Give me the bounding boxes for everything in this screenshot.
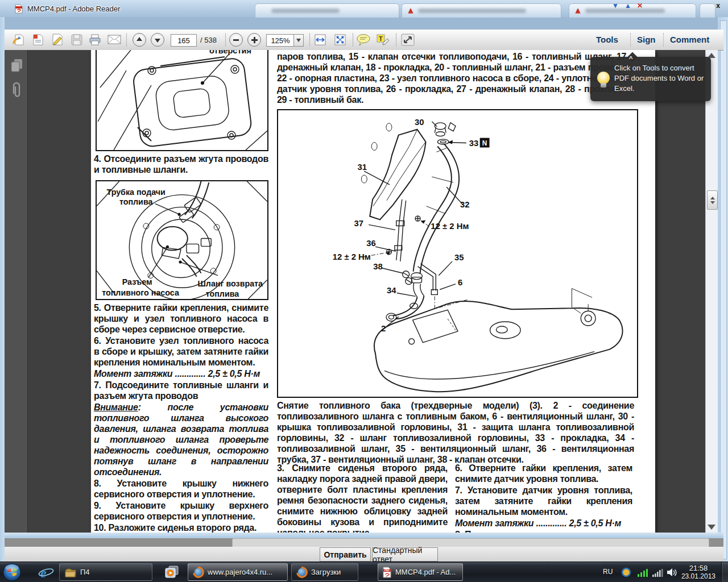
new-tab-stub[interactable] — [700, 3, 715, 18]
standard-reply-button[interactable]: Стандартный ответ — [372, 547, 438, 562]
send-button[interactable]: Отправить — [320, 547, 371, 562]
comment-bubble-icon[interactable] — [356, 33, 371, 47]
browser-left-edge — [0, 17, 5, 562]
warning-text: : после установки топливного шланга высо… — [94, 402, 268, 477]
figure1-label: отверстия — [209, 50, 251, 55]
vertical-scrollbar[interactable] — [705, 50, 718, 533]
blurred-browser-tab[interactable] — [402, 3, 561, 18]
highlight-text-icon[interactable]: T — [375, 33, 390, 47]
taskbar-item-reader[interactable]: PDF MMCP4.pdf - Ad... — [378, 563, 463, 581]
fullscreen-icon[interactable] — [400, 33, 415, 47]
internet-explorer-icon[interactable]: e — [38, 565, 55, 582]
browser-maximize-icon[interactable]: ▲ — [624, 2, 631, 9]
email-icon[interactable] — [107, 33, 122, 47]
fig2-return-label: топлива — [206, 289, 240, 298]
reply-input-behind[interactable] — [232, 538, 709, 547]
step6-text: 6. Установите узел топливного насоса в с… — [94, 335, 268, 368]
scrollbar-thumb[interactable] — [707, 190, 718, 210]
volume-icon[interactable] — [667, 568, 678, 579]
fig2-return-label: Шланг возврата — [198, 279, 264, 288]
show-desktop-button[interactable] — [721, 562, 728, 582]
part-label-35: 35 — [454, 253, 464, 262]
taskbar-item-pajero[interactable]: www.pajero4x4.ru... — [188, 563, 288, 581]
zoom-level-value[interactable]: 125% — [266, 34, 295, 47]
firefox-icon — [296, 567, 308, 578]
part-label-33: 33 — [469, 139, 479, 148]
clock-time: 21:58 — [681, 564, 715, 572]
torque-spec: Момент затяжки ............. 2,5 ± 0,5 Н… — [94, 368, 268, 379]
blurred-browser-tab[interactable] — [569, 3, 696, 18]
pdf-page: паров топлива, 15 - клапан отсечки топли… — [91, 50, 655, 533]
figure-fuel-pump: Трубка подачи топлива Разъем топливного … — [96, 180, 268, 300]
signal-strength-icon[interactable] — [652, 568, 663, 579]
part-label-30: 30 — [415, 118, 424, 127]
page-thumbnails-icon[interactable] — [9, 58, 24, 75]
left-column-steps: 5. Отверните гайки крепления, снимите кр… — [94, 302, 268, 533]
tray-app-icon[interactable] — [621, 567, 631, 580]
zoom-in-button[interactable] — [247, 33, 262, 47]
zoom-dropdown-button[interactable] — [293, 34, 304, 47]
window-title: MMCP4.pdf - Adobe Reader — [27, 5, 120, 13]
comment-button[interactable]: Comment — [670, 35, 709, 44]
part-label-36: 36 — [366, 239, 376, 248]
language-indicator[interactable]: RU — [603, 568, 613, 576]
fig2-connector-label: Разъем — [122, 277, 152, 286]
screen: ▼ ▲ ✕ MMCP4.pdf - Adobe Reader File Edit… — [0, 0, 728, 582]
bottom-right-column: 6. Отверните гайки крепления, затем сним… — [455, 463, 632, 533]
step8-text: 8. Установите крышку нижнего сервисного … — [94, 478, 268, 500]
document-area: паров топлива, 15 - клапан отсечки топли… — [5, 50, 718, 533]
page-number-input[interactable]: 165 — [171, 34, 197, 47]
network-signal-icon[interactable] — [637, 568, 648, 579]
clock-date: 23.01.2013 — [681, 572, 715, 581]
sign-button[interactable]: Sign — [637, 35, 656, 44]
clock[interactable]: 21:58 23.01.2013 — [681, 564, 715, 581]
print-icon[interactable] — [88, 33, 102, 47]
part-label-34: 34 — [387, 286, 396, 295]
browser-scrollbar-behind — [720, 20, 727, 559]
scroll-down-icon[interactable] — [708, 525, 715, 530]
save-as-icon[interactable] — [31, 33, 46, 47]
attachments-paperclip-icon[interactable] — [10, 82, 23, 101]
fit-width-icon[interactable] — [313, 33, 328, 47]
part-label-6: 6 — [458, 278, 462, 287]
taskbar-item-p4[interactable]: П4 — [59, 563, 152, 581]
task-label: П4 — [80, 568, 90, 576]
parts-list-text: паров топлива, 15 - клапан отсечки топли… — [277, 51, 632, 105]
open-icon[interactable] — [11, 33, 26, 47]
part-label-38: 38 — [373, 262, 383, 271]
taskbar-item-downloads[interactable]: Загрузки — [291, 563, 358, 581]
tools-button[interactable]: Tools — [596, 35, 618, 44]
zoom-out-button[interactable] — [229, 33, 243, 47]
tooltip-text: Click on Tools to convert PDF documents … — [614, 63, 705, 94]
previous-page-button[interactable] — [132, 33, 147, 47]
warning-paragraph: Внимание: после установки топливного шла… — [94, 402, 268, 477]
sign-document-icon[interactable] — [50, 33, 65, 47]
browser-close-icon[interactable]: ✕ — [637, 2, 643, 9]
blurred-browser-tab[interactable] — [255, 3, 399, 18]
next-page-button[interactable] — [150, 33, 165, 47]
browser-minimize-icon[interactable]: ▼ — [612, 2, 619, 9]
n-box-label: N — [482, 139, 487, 147]
page-total-label: / 538 — [200, 36, 217, 44]
media-player-icon[interactable] — [164, 566, 180, 581]
svg-text:T: T — [379, 35, 383, 42]
tools-tooltip: ^ Click on Tools to convert PDF document… — [590, 57, 711, 101]
lightbulb-icon — [597, 72, 610, 89]
svg-text:e: e — [40, 566, 47, 580]
warning-favicon-icon — [575, 8, 581, 14]
task-label: MMCP4.pdf - Ad... — [395, 568, 456, 576]
fit-page-icon[interactable] — [333, 33, 348, 47]
save-icon[interactable] — [69, 33, 84, 47]
menubar-close-icon[interactable]: x — [716, 2, 720, 10]
start-button[interactable] — [2, 563, 22, 582]
figure-service-cover: отверстия — [96, 50, 268, 151]
torque-label-1: 12 ± 2 Нм — [431, 222, 469, 231]
task-label: www.pajero4x4.ru... — [208, 568, 272, 576]
warning-label: Внимание — [94, 402, 138, 412]
br-step6-text: 6. Отверните гайки крепления, затем сним… — [455, 463, 632, 484]
step7-text: 7. Подсоедините топливные шланги и разъе… — [94, 380, 268, 401]
task-label: Загрузки — [311, 568, 341, 576]
bottom-left-column: 3. Снимите сиденья второго ряда, накладк… — [277, 463, 448, 533]
torque-label-2: 12 ± 2 Нм — [333, 252, 371, 261]
part-label-2: 2 — [381, 324, 386, 333]
